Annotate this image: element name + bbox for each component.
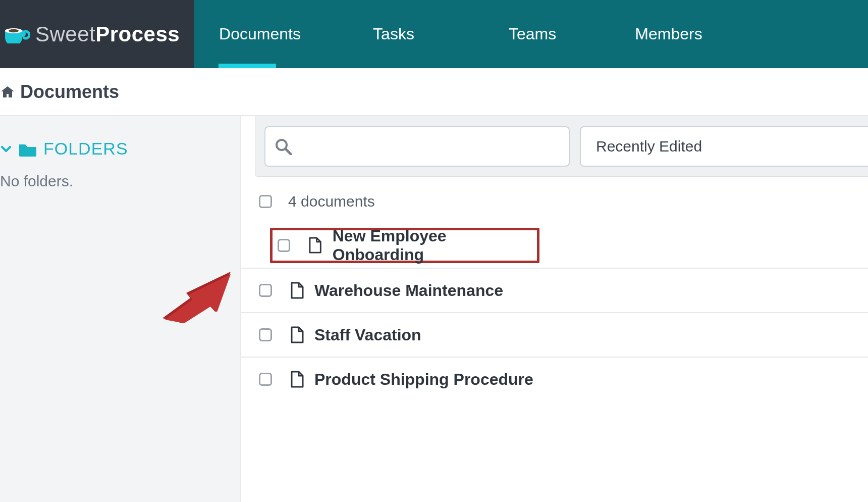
row-checkbox[interactable]: [259, 328, 272, 341]
document-row[interactable]: Staff Vacation: [241, 312, 868, 357]
document-icon: [308, 237, 322, 254]
folders-toggle[interactable]: FOLDERS: [0, 139, 240, 159]
nav-items: Documents Tasks Teams Members: [194, 0, 868, 68]
toolbar: Recently Edited: [255, 116, 868, 177]
sort-dropdown[interactable]: Recently Edited: [580, 126, 868, 167]
folders-label: FOLDERS: [43, 139, 128, 159]
main: FOLDERS No folders. Recently Edited 4 do…: [0, 116, 868, 502]
folders-empty-text: No folders.: [0, 173, 240, 190]
select-all-checkbox[interactable]: [259, 195, 272, 208]
top-nav: SweetProcess Documents Tasks Teams Membe…: [0, 0, 868, 68]
svg-point-1: [9, 29, 19, 32]
nav-teams[interactable]: Teams: [462, 0, 603, 68]
logo[interactable]: SweetProcess: [0, 0, 194, 68]
count-row: 4 documents: [241, 177, 868, 223]
document-icon: [290, 371, 304, 388]
document-icon: [290, 326, 304, 343]
sidebar: FOLDERS No folders.: [0, 116, 241, 502]
highlight-annotation: New Employee Onboarding: [270, 228, 539, 263]
row-checkbox[interactable]: [278, 239, 290, 252]
content: Recently Edited 4 documents New Employee…: [241, 116, 868, 502]
document-title: Product Shipping Procedure: [314, 370, 533, 389]
folder-icon: [18, 141, 37, 157]
document-icon: [290, 282, 304, 299]
logo-text: SweetProcess: [35, 22, 180, 46]
page-title: Documents: [20, 81, 119, 103]
document-title: New Employee Onboarding: [333, 227, 537, 264]
document-row[interactable]: Warehouse Maintenance: [241, 268, 868, 312]
cup-icon: [4, 25, 30, 43]
search-icon: [275, 138, 292, 155]
row-checkbox[interactable]: [259, 373, 272, 386]
document-title: Warehouse Maintenance: [314, 281, 503, 300]
chevron-down-icon: [0, 143, 12, 155]
home-icon: [0, 85, 15, 98]
document-row[interactable]: Product Shipping Procedure: [241, 357, 868, 401]
nav-documents[interactable]: Documents: [194, 0, 326, 68]
document-count: 4 documents: [288, 193, 375, 210]
sort-label: Recently Edited: [596, 138, 702, 155]
svg-line-3: [286, 149, 291, 154]
nav-members[interactable]: Members: [603, 0, 734, 68]
document-row[interactable]: New Employee Onboarding: [241, 223, 868, 268]
search-input[interactable]: [264, 126, 570, 167]
active-underline: [219, 64, 276, 68]
breadcrumb-bar: Documents: [0, 68, 868, 116]
document-title: Staff Vacation: [314, 326, 421, 344]
nav-tasks[interactable]: Tasks: [326, 0, 462, 68]
row-checkbox[interactable]: [259, 284, 272, 297]
